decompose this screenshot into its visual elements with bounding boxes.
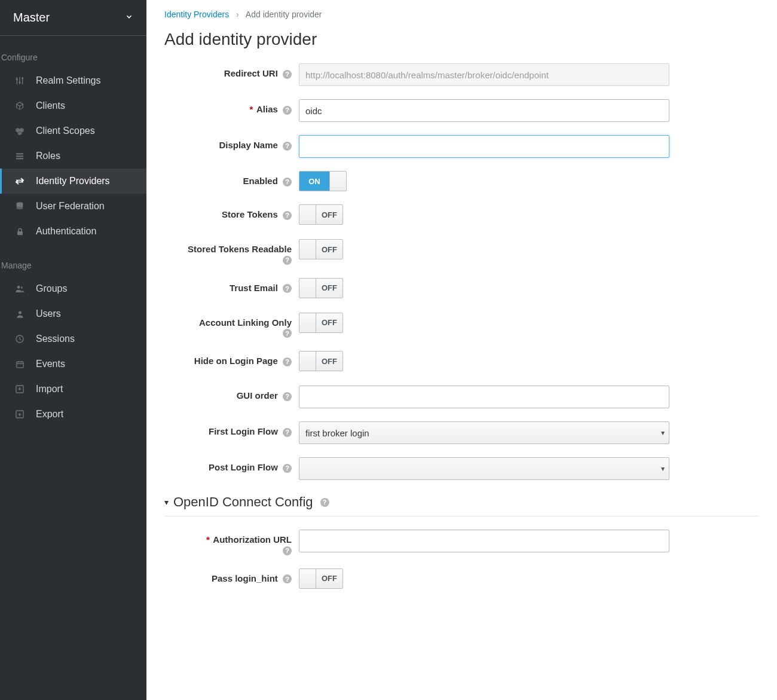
sidebar-item-identity-providers[interactable]: Identity Providers xyxy=(0,169,146,194)
sidebar-item-label: Client Scopes xyxy=(36,126,95,136)
svg-rect-15 xyxy=(16,362,23,368)
redirect-uri-label: Redirect URI xyxy=(224,68,278,78)
svg-point-4 xyxy=(19,81,20,83)
hide-on-login-page-toggle[interactable]: OFF xyxy=(299,351,343,371)
toggle-off-label: OFF xyxy=(316,205,342,224)
display-name-label: Display Name xyxy=(219,140,277,150)
authorization-url-label: Authorization URL xyxy=(213,534,292,545)
sidebar-item-sessions[interactable]: Sessions xyxy=(0,326,146,351)
trust-email-toggle[interactable]: OFF xyxy=(299,278,343,298)
cubes-icon xyxy=(14,126,25,136)
svg-rect-6 xyxy=(16,153,23,154)
sidebar-item-user-federation[interactable]: User Federation xyxy=(0,194,146,219)
help-icon[interactable]: ? xyxy=(283,546,292,555)
sidebar-section-configure: Configure xyxy=(0,36,146,68)
post-login-flow-select[interactable] xyxy=(299,457,669,480)
sidebar-item-label: Users xyxy=(36,308,61,319)
stored-tokens-readable-label: Stored Tokens Readable xyxy=(164,244,292,254)
enabled-toggle[interactable]: ON xyxy=(299,171,347,191)
help-icon[interactable]: ? xyxy=(283,256,292,265)
sidebar-item-label: Export xyxy=(36,409,63,420)
main-content: Identity Providers › Add identity provid… xyxy=(146,0,777,700)
sidebar-item-realm-settings[interactable]: Realm Settings xyxy=(0,68,146,93)
sidebar-item-client-scopes[interactable]: Client Scopes xyxy=(0,118,146,143)
help-icon[interactable]: ? xyxy=(283,178,292,187)
openid-connect-config-section-toggle[interactable]: ▾ OpenID Connect Config ? xyxy=(164,494,759,516)
exchange-icon xyxy=(14,176,25,187)
hide-on-login-page-label: Hide on Login Page xyxy=(194,356,278,366)
first-login-flow-label: First Login Flow xyxy=(209,426,278,436)
sidebar: Master Configure Realm Settings Clients … xyxy=(0,0,146,700)
realm-selector[interactable]: Master xyxy=(0,0,146,36)
enabled-label: Enabled xyxy=(243,176,277,186)
breadcrumb-root-link[interactable]: Identity Providers xyxy=(164,10,229,19)
sidebar-item-export[interactable]: Export xyxy=(0,402,146,427)
pass-login-hint-toggle[interactable]: OFF xyxy=(299,568,343,589)
store-tokens-label: Store Tokens xyxy=(222,209,278,219)
required-marker: * xyxy=(206,534,210,545)
toggle-on-label: ON xyxy=(299,172,329,191)
toggle-off-label: OFF xyxy=(316,240,342,259)
toggle-off-label: OFF xyxy=(316,351,342,371)
export-icon xyxy=(14,409,25,420)
help-icon[interactable]: ? xyxy=(283,428,292,437)
svg-point-13 xyxy=(19,311,22,314)
account-linking-only-label: Account Linking Only xyxy=(164,317,292,328)
required-marker: * xyxy=(250,104,253,114)
sidebar-item-label: Realm Settings xyxy=(36,75,101,86)
help-icon[interactable]: ? xyxy=(283,211,292,220)
sidebar-item-label: Sessions xyxy=(36,334,75,344)
realm-name: Master xyxy=(13,11,50,25)
sidebar-item-groups[interactable]: Groups xyxy=(0,276,146,301)
first-login-flow-select[interactable]: first broker login xyxy=(299,421,669,444)
sliders-icon xyxy=(14,75,25,86)
trust-email-label: Trust Email xyxy=(230,283,278,293)
help-icon[interactable]: ? xyxy=(283,574,292,583)
calendar-icon xyxy=(14,359,25,369)
sidebar-item-label: Clients xyxy=(36,100,65,111)
cube-icon xyxy=(14,100,25,111)
sidebar-item-events[interactable]: Events xyxy=(0,351,146,377)
chevron-down-icon xyxy=(125,13,133,23)
sidebar-item-import[interactable]: Import xyxy=(0,377,146,402)
authorization-url-input[interactable] xyxy=(299,530,669,552)
help-icon[interactable]: ? xyxy=(283,284,292,293)
chevron-right-icon: › xyxy=(236,10,239,19)
sidebar-item-roles[interactable]: Roles xyxy=(0,143,146,169)
database-icon xyxy=(14,201,25,212)
pass-login-hint-label: Pass login_hint xyxy=(212,573,278,583)
help-icon[interactable]: ? xyxy=(283,70,292,79)
openid-connect-config-title: OpenID Connect Config xyxy=(173,494,313,510)
gui-order-label: GUI order xyxy=(237,390,278,401)
breadcrumb: Identity Providers › Add identity provid… xyxy=(164,7,759,30)
help-icon[interactable]: ? xyxy=(283,392,292,401)
gui-order-input[interactable] xyxy=(299,386,669,408)
account-linking-only-toggle[interactable]: OFF xyxy=(299,313,343,333)
svg-rect-10 xyxy=(17,231,23,234)
sidebar-item-clients[interactable]: Clients xyxy=(0,93,146,118)
sidebar-item-authentication[interactable]: Authentication xyxy=(0,219,146,244)
help-icon[interactable]: ? xyxy=(283,329,292,338)
help-icon[interactable]: ? xyxy=(320,498,329,507)
chevron-down-icon: ▾ xyxy=(164,497,169,507)
alias-input[interactable] xyxy=(299,99,669,122)
store-tokens-toggle[interactable]: OFF xyxy=(299,204,343,225)
breadcrumb-current: Add identity provider xyxy=(246,10,322,19)
help-icon[interactable]: ? xyxy=(283,464,292,473)
help-icon[interactable]: ? xyxy=(283,357,292,366)
svg-point-5 xyxy=(22,77,23,79)
sidebar-section-manage: Manage xyxy=(0,244,146,276)
sidebar-item-label: Identity Providers xyxy=(36,176,110,187)
stored-tokens-readable-toggle[interactable]: OFF xyxy=(299,239,343,259)
sidebar-item-label: Authentication xyxy=(36,226,96,237)
page-title: Add identity provider xyxy=(164,30,759,49)
svg-rect-7 xyxy=(16,155,23,157)
sidebar-item-label: Import xyxy=(36,384,63,395)
help-icon[interactable]: ? xyxy=(283,106,292,115)
sidebar-item-label: User Federation xyxy=(36,201,105,212)
help-icon[interactable]: ? xyxy=(283,142,292,151)
redirect-uri-input[interactable] xyxy=(299,63,669,86)
user-icon xyxy=(14,308,25,319)
sidebar-item-users[interactable]: Users xyxy=(0,301,146,326)
display-name-input[interactable] xyxy=(299,135,669,158)
